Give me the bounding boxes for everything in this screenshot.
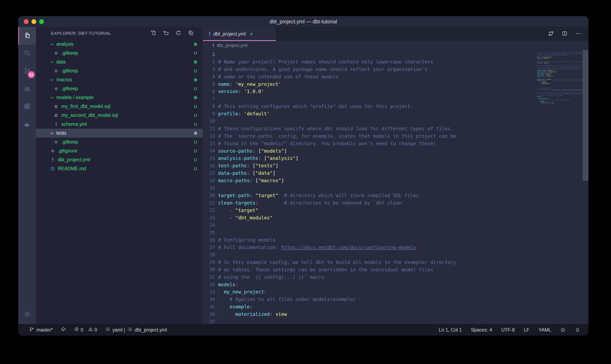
activity-search[interactable] — [18, 45, 36, 63]
tab-dbt-project-yml[interactable]: ! dbt_project.yml × — [203, 27, 276, 41]
code-line-36[interactable]: 36 materialized: view — [203, 311, 588, 318]
close-window-button[interactable] — [24, 19, 28, 24]
explorer-actions — [150, 30, 194, 37]
eol-setting[interactable]: LF — [524, 327, 529, 333]
code-line-10[interactable]: 10 — [203, 117, 588, 125]
code-line-8[interactable]: 8# This setting configures which "profil… — [203, 103, 588, 110]
code-line-32[interactable]: 32models: — [203, 281, 588, 288]
tree-folder-analysis[interactable]: analysis — [36, 40, 203, 49]
activity-settings[interactable] — [18, 305, 36, 324]
git-file-icon — [54, 68, 59, 73]
code-line-30[interactable]: 30# as tables. These settings can be ove… — [203, 266, 588, 273]
code-line-27[interactable]: 27# Full documentation: https://docs.get… — [203, 244, 588, 251]
notifications-bell-icon[interactable] — [575, 327, 580, 333]
breadcrumb[interactable]: ! dbt_project.yml — [203, 41, 588, 50]
problems-status[interactable]: 0 0 — [74, 326, 97, 333]
code-line-6[interactable]: 6version: '1.0.0' — [203, 88, 588, 95]
line-content: # name or the intended use of these mode… — [215, 74, 339, 79]
collapse-folders-icon[interactable] — [188, 30, 194, 37]
language-mode[interactable]: YAML — [539, 327, 551, 333]
errors-icon — [74, 326, 79, 333]
code-line-12[interactable]: 12# The `source-paths` config, for examp… — [203, 132, 588, 140]
linter-status[interactable]: yaml | dbt_project.yml — [105, 326, 167, 333]
code-line-5[interactable]: 5name: 'my_new_project' — [203, 80, 588, 88]
code-line-14[interactable]: 14source-paths: ["models"] — [203, 147, 588, 155]
code-line-11[interactable]: 11# These configurations specify where d… — [203, 125, 588, 132]
titlebar: dbt_project.yml — dbt-tutorial — [18, 16, 588, 27]
code-line-1[interactable]: 1 — [203, 51, 588, 58]
refresh-icon[interactable] — [175, 30, 181, 37]
tree-file-gitkeep[interactable]: .gitkeepU — [36, 66, 203, 75]
code-line-22[interactable]: 22 - "target" — [203, 207, 588, 214]
activity-explorer[interactable] — [18, 27, 36, 45]
code-line-17[interactable]: 17data-paths: ["data"] — [203, 169, 588, 177]
tree-file-gitignore[interactable]: .gitignoreU — [36, 146, 203, 155]
activity-extensions[interactable] — [18, 98, 36, 116]
code-line-2[interactable]: 2# Name your project! Project names shou… — [203, 58, 588, 65]
file-label: my_first_dbt_model.sql — [61, 104, 111, 109]
code-line-19[interactable]: 19 — [203, 184, 588, 192]
code-line-23[interactable]: 23 - "dbt_modules" — [203, 214, 588, 221]
tree-file-gitkeep[interactable]: .gitkeepU — [36, 138, 203, 146]
activity-debug[interactable] — [18, 80, 36, 98]
open-changes-icon[interactable] — [548, 30, 554, 38]
code-line-18[interactable]: 18macro-paths: ["macros"] — [203, 177, 588, 184]
folder-changes-dot — [194, 78, 197, 81]
code-line-20[interactable]: 20target-path: "target" # directory whic… — [203, 192, 588, 199]
editor-scrollbar[interactable] — [583, 50, 588, 181]
git-file-icon — [54, 140, 59, 144]
code-line-26[interactable]: 26# Configuring models — [203, 236, 588, 244]
code-line-28[interactable]: 28 — [203, 251, 588, 259]
zoom-window-button[interactable] — [39, 19, 44, 24]
activity-bar-spacer — [18, 134, 36, 305]
code-line-31[interactable]: 31# using the `{{ config(...) }}` macro. — [203, 273, 588, 281]
tree-folder-data[interactable]: data — [36, 57, 203, 66]
tree-file-my-first-dbt-model-sql[interactable]: my_first_dbt_model.sqlU — [36, 102, 203, 111]
code-line-25[interactable]: 25 — [203, 229, 588, 236]
tree-folder-macros[interactable]: macros — [36, 75, 203, 84]
code-line-34[interactable]: 34 # Applies to all files under models/e… — [203, 296, 588, 303]
activity-source-control[interactable]: 11 — [18, 63, 36, 80]
code-line-29[interactable]: 29# In this example config, we tell dbt … — [203, 259, 588, 266]
tree-folder-tests[interactable]: tests — [36, 129, 203, 138]
code-line-13[interactable]: 13# found in the "models/" directory. Yo… — [203, 140, 588, 147]
sync-changes-button[interactable] — [61, 326, 66, 333]
tree-file-my-second-dbt-model-sql[interactable]: my_second_dbt_model.sqlU — [36, 111, 203, 120]
activity-docker[interactable] — [18, 116, 36, 134]
tree-file-schema-yml[interactable]: !schema.ymlU — [36, 120, 203, 129]
feedback-smiley-icon[interactable] — [560, 327, 566, 333]
code-line-33[interactable]: 33 my_new_project: — [203, 288, 588, 296]
code-line-21[interactable]: 21clean-targets: # directories to be rem… — [203, 199, 588, 207]
code-line-9[interactable]: 9profile: 'default' — [203, 110, 588, 117]
code-line-35[interactable]: 35 example: — [203, 303, 588, 311]
split-editor-icon[interactable] — [561, 30, 568, 38]
code-line-37[interactable]: 37 — [203, 318, 588, 324]
close-tab-icon[interactable]: × — [250, 31, 253, 37]
code-editor[interactable]: 12# Name your project! Project names sho… — [203, 50, 588, 324]
tree-folder-models-example[interactable]: models / example — [36, 93, 203, 102]
tree-file-gitkeep[interactable]: .gitkeepU — [36, 84, 203, 93]
line-content: - "dbt_modules" — [215, 215, 273, 221]
code-line-15[interactable]: 15analysis-paths: ["analysis"] — [203, 155, 588, 162]
encoding-setting[interactable]: UTF-8 — [501, 327, 515, 333]
tree-file-dbt-project-yml[interactable]: !dbt_project.ymlU — [36, 155, 203, 164]
tree-file-readme-md[interactable]: README.mdU — [36, 164, 203, 173]
minimap[interactable]: # Name your project! Project names shoul… — [537, 51, 582, 105]
code-line-16[interactable]: 16test-paths: ["tests"] — [203, 162, 588, 169]
minimize-window-button[interactable] — [31, 19, 36, 24]
cursor-position[interactable]: Ln 1, Col 1 — [439, 327, 462, 333]
code-line-7[interactable]: 7 — [203, 95, 588, 103]
code-line-4[interactable]: 4# name or the intended use of these mod… — [203, 73, 588, 80]
more-actions-icon[interactable] — [575, 30, 581, 38]
explorer-header: EXPLORER: DBT-TUTORIAL — [36, 27, 203, 40]
new-folder-icon[interactable] — [163, 30, 169, 37]
git-branch-status[interactable]: master* — [29, 326, 53, 333]
code-line-3[interactable]: 3# and underscores. A good package name … — [203, 65, 588, 73]
file-label: my_second_dbt_model.sql — [61, 113, 118, 118]
line-number: 36 — [203, 312, 215, 317]
indentation-setting[interactable]: Spaces: 4 — [471, 327, 492, 333]
tree-file-gitkeep[interactable]: .gitkeepU — [36, 49, 203, 57]
line-number: 27 — [203, 245, 215, 250]
code-line-24[interactable]: 24 — [203, 221, 588, 229]
new-file-icon[interactable] — [150, 30, 157, 37]
